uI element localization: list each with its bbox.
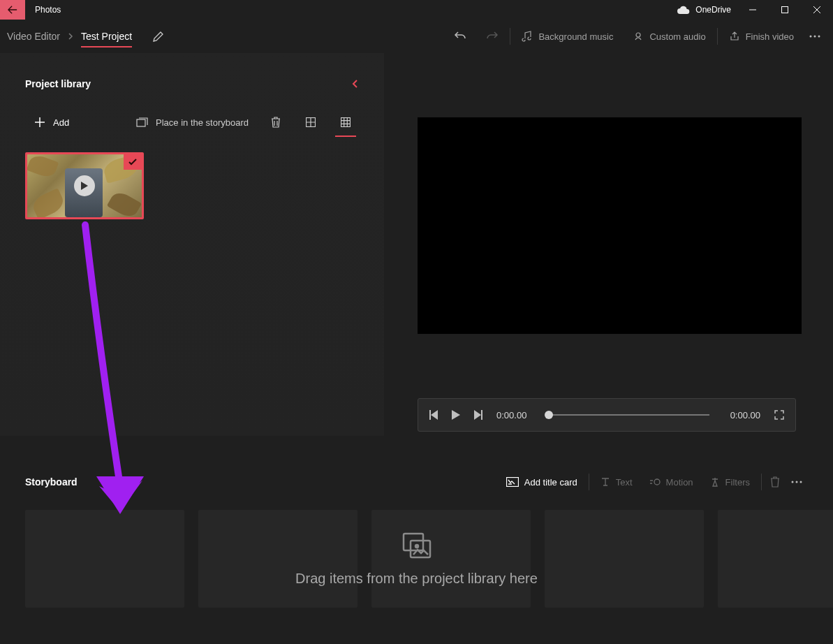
fullscreen-button[interactable] [774, 410, 784, 420]
chevron-left-icon [352, 79, 359, 89]
svg-point-12 [800, 481, 802, 483]
play-overlay [74, 175, 95, 196]
close-icon [813, 6, 820, 13]
storyboard-more-button[interactable] [786, 469, 808, 495]
chevron-right-icon [67, 33, 74, 40]
undo-icon [454, 30, 466, 43]
text-button[interactable]: Text [592, 469, 641, 495]
motion-button[interactable]: Motion [641, 469, 702, 495]
selected-badge [124, 154, 142, 170]
redo-button[interactable] [476, 24, 508, 49]
grid-3x3-icon [341, 117, 351, 127]
svg-point-3 [814, 36, 816, 38]
svg-rect-0 [782, 7, 788, 13]
onedrive-label: OneDrive [695, 5, 731, 15]
minimize-icon [749, 6, 756, 13]
total-time: 0:00.00 [730, 410, 760, 420]
grid-large-button[interactable] [297, 109, 324, 136]
toolbar: Video Editor Test Project Background mus… [0, 20, 833, 53]
trash-icon [271, 117, 281, 128]
storyboard-slot[interactable] [198, 510, 357, 608]
storyboard-title: Storyboard [25, 476, 78, 488]
redo-icon [486, 30, 499, 43]
storyboard-slot[interactable] [371, 510, 531, 608]
plus-icon [35, 117, 45, 127]
step-forward-icon [474, 410, 482, 420]
maximize-icon [781, 6, 788, 13]
trash-icon [770, 476, 780, 488]
seek-slider[interactable] [547, 414, 709, 416]
rename-button[interactable] [153, 31, 164, 42]
svg-rect-5 [137, 119, 145, 126]
background-music-button[interactable]: Background music [512, 24, 623, 49]
maximize-button[interactable] [769, 0, 801, 20]
close-button[interactable] [801, 0, 833, 20]
separator [717, 28, 718, 45]
motion-icon [649, 477, 661, 487]
cloud-icon [677, 6, 690, 14]
storyboard-track[interactable]: Drag items from the project library here [25, 510, 808, 608]
storyboard-slot[interactable] [25, 510, 184, 608]
separator [761, 474, 762, 490]
arrow-left-icon [8, 5, 17, 15]
storyboard-slot[interactable] [545, 510, 704, 608]
export-icon [729, 31, 740, 42]
grid-2x2-icon [306, 117, 316, 127]
pencil-icon [153, 31, 164, 42]
preview-panel: 0:00.00 0:00.00 [384, 53, 833, 436]
background-music-label: Background music [538, 31, 613, 42]
more-icon [809, 35, 820, 38]
playback-bar: 0:00.00 0:00.00 [418, 398, 796, 432]
minimize-button[interactable] [737, 0, 769, 20]
separator [510, 28, 510, 45]
next-frame-button[interactable] [474, 410, 482, 420]
more-button[interactable] [804, 24, 826, 49]
back-button[interactable] [0, 0, 25, 20]
play-icon [81, 182, 88, 190]
separator [589, 474, 589, 490]
place-in-storyboard-button[interactable]: Place in the storyboard [136, 117, 249, 128]
add-title-card-label: Add title card [524, 477, 577, 488]
svg-point-4 [818, 36, 820, 38]
text-label: Text [616, 477, 633, 488]
storyboard-icon [136, 117, 149, 127]
main: Project library Add Place in the storybo… [0, 53, 833, 436]
collapse-library-button[interactable] [352, 79, 359, 89]
grid-small-button[interactable] [332, 109, 359, 136]
fullscreen-icon [774, 410, 784, 420]
title-card-icon [506, 477, 519, 487]
play-button[interactable] [452, 410, 460, 420]
music-icon [522, 31, 533, 42]
motion-label: Motion [666, 477, 693, 488]
svg-point-1 [636, 33, 640, 37]
place-label: Place in the storyboard [156, 117, 249, 128]
prev-frame-button[interactable] [429, 410, 438, 420]
custom-audio-button[interactable]: Custom audio [623, 24, 715, 49]
step-back-icon [429, 410, 438, 420]
project-name[interactable]: Test Project [81, 25, 132, 47]
filters-button[interactable]: Filters [702, 469, 758, 495]
play-icon [452, 410, 460, 420]
undo-button[interactable] [444, 24, 476, 49]
library-clip[interactable] [25, 152, 144, 219]
svg-rect-7 [341, 118, 351, 127]
delete-clip-button[interactable] [765, 469, 786, 495]
text-icon [600, 477, 610, 487]
project-library-panel: Project library Add Place in the storybo… [0, 53, 384, 436]
finish-video-button[interactable]: Finish video [719, 24, 804, 49]
storyboard-slot[interactable] [718, 510, 833, 608]
breadcrumb-root[interactable]: Video Editor [7, 25, 60, 47]
delete-button[interactable] [263, 109, 289, 136]
onedrive-status[interactable]: OneDrive [677, 5, 731, 15]
storyboard-panel: Storyboard Add title card Text Motion Fi… [0, 436, 833, 608]
add-media-button[interactable]: Add [35, 117, 69, 128]
finish-video-label: Finish video [746, 31, 794, 42]
custom-audio-label: Custom audio [649, 31, 705, 42]
audio-icon [633, 31, 644, 42]
add-title-card-button[interactable]: Add title card [498, 469, 586, 495]
more-icon [791, 481, 802, 483]
svg-point-9 [654, 479, 660, 485]
video-preview[interactable] [418, 117, 802, 334]
check-icon [128, 159, 137, 166]
current-time: 0:00.00 [496, 410, 526, 420]
